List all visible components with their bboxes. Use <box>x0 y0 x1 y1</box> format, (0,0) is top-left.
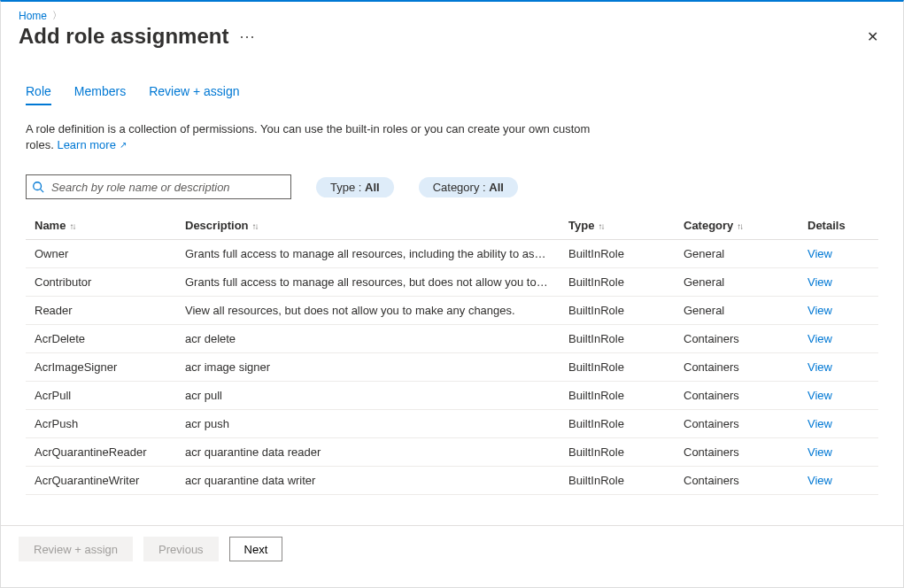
table-row[interactable]: AcrDeleteacr deleteBuiltInRoleContainers… <box>26 325 878 353</box>
wizard-tabs: Role Members Review + assign <box>26 81 878 105</box>
table-row[interactable]: AcrImageSigneracr image signerBuiltInRol… <box>26 353 878 382</box>
role-description-text: A role definition is a collection of per… <box>26 121 592 153</box>
cell-name: Reader <box>26 297 176 325</box>
cell-description: acr quarantine data reader <box>176 438 560 467</box>
cell-type: BuiltInRole <box>560 382 675 410</box>
cell-category: Containers <box>675 325 799 353</box>
table-row[interactable]: AcrQuarantineWriteracr quarantine data w… <box>26 467 878 495</box>
table-row[interactable]: ContributorGrants full access to manage … <box>26 268 878 297</box>
cell-category: Containers <box>675 410 799 438</box>
view-details-link[interactable]: View <box>807 332 832 345</box>
cell-description: acr delete <box>176 325 560 353</box>
cell-category: Containers <box>675 353 799 382</box>
view-details-link[interactable]: View <box>807 417 832 430</box>
cell-name: Contributor <box>26 268 176 297</box>
view-details-link[interactable]: View <box>807 445 832 459</box>
review-assign-button[interactable]: Review + assign <box>19 537 133 561</box>
search-input-wrapper[interactable] <box>26 174 291 199</box>
cell-category: Containers <box>675 438 799 467</box>
chevron-right-icon: 〉 <box>52 9 62 22</box>
type-filter-pill[interactable]: Type : All <box>316 177 394 197</box>
view-details-link[interactable]: View <box>807 247 832 260</box>
cell-type: BuiltInRole <box>560 240 675 268</box>
breadcrumb-home[interactable]: Home <box>19 10 47 22</box>
cell-type: BuiltInRole <box>560 467 675 495</box>
cell-name: Owner <box>26 240 176 268</box>
cell-type: BuiltInRole <box>560 353 675 382</box>
cell-type: BuiltInRole <box>560 268 675 297</box>
cell-category: Containers <box>675 382 799 410</box>
svg-line-1 <box>41 190 44 193</box>
next-button[interactable]: Next <box>229 537 283 561</box>
cell-name: AcrDelete <box>26 325 176 353</box>
sort-icon: ↑↓ <box>69 221 74 231</box>
cell-name: AcrQuarantineWriter <box>26 467 176 495</box>
cell-description: acr push <box>176 410 560 438</box>
col-header-description[interactable]: Description↑↓ <box>176 212 560 240</box>
search-icon <box>32 181 44 193</box>
table-row[interactable]: AcrQuarantineReaderacr quarantine data r… <box>26 438 878 467</box>
table-row[interactable]: ReaderView all resources, but does not a… <box>26 297 878 325</box>
col-header-name[interactable]: Name↑↓ <box>26 212 176 240</box>
cell-category: Containers <box>675 467 799 495</box>
col-header-category[interactable]: Category↑↓ <box>675 212 799 240</box>
cell-category: General <box>675 297 799 325</box>
close-button[interactable]: ✕ <box>860 25 885 49</box>
tab-members[interactable]: Members <box>74 81 126 105</box>
tab-role[interactable]: Role <box>26 81 51 105</box>
external-link-icon: ↗ <box>120 140 127 150</box>
category-filter-pill[interactable]: Category : All <box>419 177 518 197</box>
horizontal-scrollbar[interactable] <box>1 572 903 587</box>
breadcrumb: Home 〉 <box>1 2 903 22</box>
cell-name: AcrPush <box>26 410 176 438</box>
sort-icon: ↑↓ <box>598 221 603 231</box>
content-scroll[interactable]: Role Members Review + assign A role defi… <box>1 59 903 525</box>
cell-name: AcrPull <box>26 382 176 410</box>
col-header-details: Details <box>799 212 878 240</box>
cell-type: BuiltInRole <box>560 438 675 467</box>
view-details-link[interactable]: View <box>807 360 832 374</box>
col-header-type[interactable]: Type↑↓ <box>560 212 675 240</box>
cell-description: acr image signer <box>176 353 560 382</box>
cell-description: acr quarantine data writer <box>176 467 560 495</box>
view-details-link[interactable]: View <box>807 304 832 317</box>
cell-description: Grants full access to manage all resourc… <box>176 240 560 268</box>
view-details-link[interactable]: View <box>807 275 832 289</box>
cell-category: General <box>675 268 799 297</box>
more-actions-button[interactable]: ⋯ <box>239 27 256 46</box>
tab-review-assign[interactable]: Review + assign <box>149 81 239 105</box>
view-details-link[interactable]: View <box>807 474 832 487</box>
cell-name: AcrQuarantineReader <box>26 438 176 467</box>
sort-icon: ↑↓ <box>252 221 258 231</box>
previous-button[interactable]: Previous <box>143 537 219 561</box>
svg-point-0 <box>34 182 42 190</box>
cell-description: acr pull <box>176 382 560 410</box>
table-row[interactable]: OwnerGrants full access to manage all re… <box>26 240 878 268</box>
table-row[interactable]: AcrPushacr pushBuiltInRoleContainersView <box>26 410 878 438</box>
cell-description: Grants full access to manage all resourc… <box>176 268 560 297</box>
view-details-link[interactable]: View <box>807 389 832 402</box>
roles-table: Name↑↓ Description↑↓ Type↑↓ Category↑↓ D… <box>26 212 878 495</box>
wizard-footer: Review + assign Previous Next <box>1 525 903 572</box>
table-row[interactable]: AcrPullacr pullBuiltInRoleContainersView <box>26 382 878 410</box>
learn-more-link[interactable]: Learn more ↗ <box>57 138 126 151</box>
cell-type: BuiltInRole <box>560 410 675 438</box>
cell-description: View all resources, but does not allow y… <box>176 297 560 325</box>
page-title: Add role assignment ⋯ <box>19 24 256 49</box>
search-input[interactable] <box>50 180 285 195</box>
cell-name: AcrImageSigner <box>26 353 176 382</box>
cell-type: BuiltInRole <box>560 325 675 353</box>
cell-category: General <box>675 240 799 268</box>
cell-type: BuiltInRole <box>560 297 675 325</box>
sort-icon: ↑↓ <box>737 221 742 231</box>
